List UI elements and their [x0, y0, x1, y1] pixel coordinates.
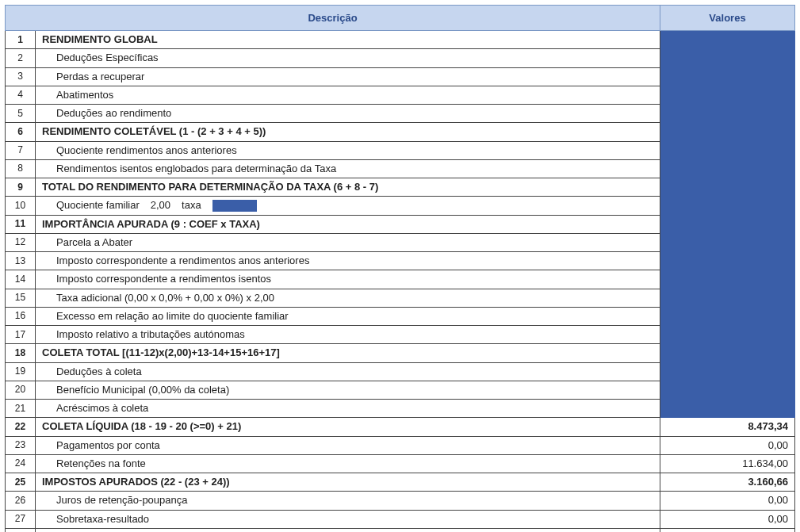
table-row: 22COLETA LÍQUIDA (18 - 19 - 20 (>=0) + 2…	[6, 418, 795, 436]
row-label: Imposto correspondente a rendimentos ano…	[42, 255, 309, 266]
row-description: IMPOSTOS APURADOS (22 - (23 + 24))	[36, 473, 660, 492]
row-description: Quociente rendimentos anos anteriores	[36, 141, 660, 159]
tax-sheet: Descrição Valores 1RENDIMENTO GLOBAL2Ded…	[0, 0, 800, 532]
row-value	[660, 178, 795, 197]
row-label: Taxa adicional (0,00 x 0,0% + 0,00 x 0%)…	[42, 292, 274, 304]
row-index: 19	[6, 362, 36, 381]
row-index: 6	[6, 123, 36, 141]
row-description: Juros de retenção-poupança	[36, 492, 660, 510]
table-row: 17Imposto relativo a tributações autónom…	[6, 326, 795, 344]
header-valores: Valores	[660, 6, 795, 31]
table-row: 26Juros de retenção-poupança0,00	[6, 492, 795, 510]
row-label: RENDIMENTO GLOBAL	[42, 33, 158, 45]
table-row: 14Imposto correspondente a rendimentos i…	[6, 270, 795, 289]
row-value	[660, 159, 795, 178]
quociente-value: 2,00	[151, 199, 170, 212]
row-label: Juros de retenção-poupança	[42, 494, 188, 506]
table-row: 5Deduções ao rendimento	[6, 105, 795, 123]
row-index: 22	[6, 418, 36, 436]
row-description: COLETA TOTAL [(11-12)x(2,00)+13-14+15+16…	[36, 344, 660, 362]
row-index: 26	[6, 492, 36, 510]
row-label: RENDIMENTO COLETÁVEL (1 - (2 + 3 + 4 + 5…	[42, 125, 266, 137]
row-index: 3	[6, 67, 36, 86]
row-value	[660, 86, 795, 104]
row-description: Acréscimos à coleta	[36, 400, 660, 418]
row-value	[660, 381, 795, 399]
row-index: 16	[6, 307, 36, 325]
row-value	[660, 141, 795, 159]
row-description: Quociente familiar2,00taxa	[36, 197, 660, 215]
table-row: 11IMPORTÂNCIA APURADA (9 : COEF x TAXA)	[6, 215, 795, 233]
row-description: RENDIMENTO COLETÁVEL (1 - (2 + 3 + 4 + 5…	[36, 123, 660, 141]
row-description: Retenções na fonte	[36, 454, 660, 473]
row-label: Abatimentos	[42, 89, 113, 101]
table-row: 27Sobretaxa-resultado0,00	[6, 510, 795, 528]
quociente-label: Quociente familiar	[56, 199, 140, 212]
table-row: 21Acréscimos à coleta	[6, 400, 795, 418]
row-description: RENDIMENTO GLOBAL	[36, 31, 660, 49]
row-description: Deduções Específicas	[36, 49, 660, 67]
row-description: Abatimentos	[36, 86, 660, 104]
row-description: TOTAL DO RENDIMENTO PARA DETERMINAÇÃO DA…	[36, 178, 660, 197]
table-row: 7Quociente rendimentos anos anteriores	[6, 141, 795, 159]
table-row: 20Benefício Municipal (0,00% da coleta)	[6, 381, 795, 399]
row-label: Sobretaxa-resultado	[42, 513, 149, 525]
row-index: 12	[6, 233, 36, 251]
row-value	[660, 252, 795, 270]
row-description: Deduções ao rendimento	[36, 105, 660, 123]
table-row: 4Abatimentos	[6, 86, 795, 104]
row-value	[660, 49, 795, 67]
row-description: Perdas a recuperar	[36, 67, 660, 86]
row-label: IMPORTÂNCIA APURADA (9 : COEF x TAXA)	[42, 218, 260, 230]
row-index: 11	[6, 215, 36, 233]
header-row: Descrição Valores	[6, 6, 795, 31]
row-label: Excesso em relação ao limite do quocient…	[42, 310, 289, 322]
table-row: 16Excesso em relação ao limite do quocie…	[6, 307, 795, 325]
row-index: 10	[6, 197, 36, 215]
row-description: Taxa adicional (0,00 x 0,0% + 0,00 x 0%)…	[36, 289, 660, 307]
row-index: 5	[6, 105, 36, 123]
row-label: Deduções ao rendimento	[42, 107, 171, 119]
row-value	[660, 215, 795, 233]
row-label: IMPOSTOS APURADOS (22 - (23 + 24))	[42, 476, 230, 488]
row-index: 14	[6, 270, 36, 289]
row-label: Quociente rendimentos anos anteriores	[42, 144, 237, 156]
row-description: IMPORTÂNCIA APURADA (9 : COEF x TAXA)	[36, 215, 660, 233]
row-description: Juros compensatórios	[36, 528, 660, 532]
row-index: 17	[6, 326, 36, 344]
row-description: Imposto correspondente a rendimentos ano…	[36, 252, 660, 270]
row-label: Pagamentos por conta	[42, 439, 160, 451]
row-value	[660, 233, 795, 251]
row-index: 9	[6, 178, 36, 197]
row-label: Benefício Municipal (0,00% da coleta)	[42, 384, 229, 396]
row-description: COLETA LÍQUIDA (18 - 19 - 20 (>=0) + 21)	[36, 418, 660, 436]
taxa-masked-box	[212, 200, 257, 212]
row-index: 4	[6, 86, 36, 104]
table-row: 9TOTAL DO RENDIMENTO PARA DETERMINAÇÃO D…	[6, 178, 795, 197]
row-value	[660, 67, 795, 86]
row-description: Imposto correspondente a rendimentos ise…	[36, 270, 660, 289]
main-table: Descrição Valores 1RENDIMENTO GLOBAL2Ded…	[5, 5, 795, 532]
row-description: Benefício Municipal (0,00% da coleta)	[36, 381, 660, 399]
table-row: 12Parcela a Abater	[6, 233, 795, 251]
row-label: TOTAL DO RENDIMENTO PARA DETERMINAÇÃO DA…	[42, 181, 378, 193]
row-description: Pagamentos por conta	[36, 436, 660, 454]
row-index: 13	[6, 252, 36, 270]
row-label: Rendimentos isentos englobados para dete…	[42, 163, 336, 174]
table-row: 28Juros compensatórios0,00	[6, 528, 795, 532]
table-row: 2Deduções Específicas	[6, 49, 795, 67]
table-row: 8Rendimentos isentos englobados para det…	[6, 159, 795, 178]
table-row: 25IMPOSTOS APURADOS (22 - (23 + 24))3.16…	[6, 473, 795, 492]
row-index: 28	[6, 528, 36, 532]
row-index: 18	[6, 344, 36, 362]
row-label: Retenções na fonte	[42, 457, 146, 469]
row-index: 24	[6, 454, 36, 473]
table-row: 10Quociente familiar2,00taxa	[6, 197, 795, 215]
row-label: Imposto relativo a tributações autónomas	[42, 328, 245, 340]
table-row: 6RENDIMENTO COLETÁVEL (1 - (2 + 3 + 4 + …	[6, 123, 795, 141]
taxa-label: taxa	[182, 199, 201, 212]
row-index: 25	[6, 473, 36, 492]
table-row: 13Imposto correspondente a rendimentos a…	[6, 252, 795, 270]
table-row: 19Deduções à coleta	[6, 362, 795, 381]
table-row: 1RENDIMENTO GLOBAL	[6, 31, 795, 49]
